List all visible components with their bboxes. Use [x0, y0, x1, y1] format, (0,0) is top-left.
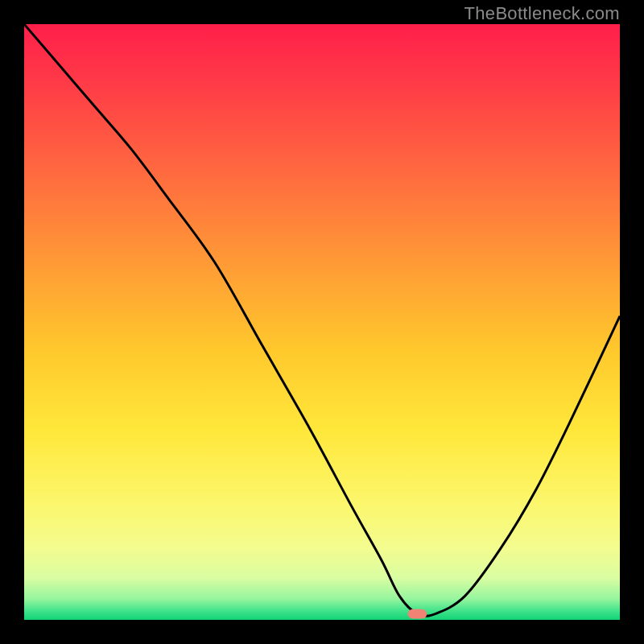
- curve-path: [24, 24, 620, 616]
- watermark-text: TheBottleneck.com: [464, 3, 620, 24]
- chart-container: TheBottleneck.com: [0, 0, 644, 644]
- bottleneck-curve: [24, 24, 620, 620]
- minimum-marker: [408, 609, 427, 619]
- plot-area: [24, 24, 620, 620]
